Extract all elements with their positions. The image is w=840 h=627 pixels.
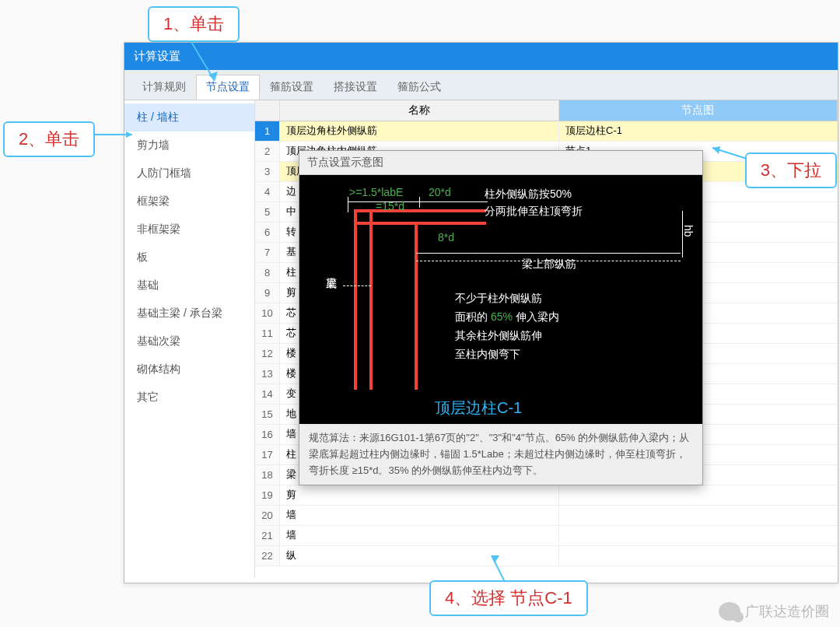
row-name: 墙	[280, 526, 559, 545]
row-number: 9	[255, 283, 280, 303]
popup-title: 节点设置示意图	[299, 151, 702, 175]
row-number: 10	[255, 303, 280, 323]
row-number: 20	[255, 506, 280, 525]
row-value[interactable]: 顶层边柱C-1	[559, 121, 838, 141]
row-number: 3	[255, 162, 280, 181]
diagram-canvas: >=1.5*labE 20*d =15*d 8*d 柱外侧纵筋按50% 分两批伸…	[299, 175, 702, 424]
note-top-2: 分两批伸至柱顶弯折	[485, 205, 583, 219]
tab-stirrup-formula[interactable]: 箍筋公式	[387, 75, 451, 100]
row-number: 4	[255, 182, 280, 201]
row-number: 17	[255, 445, 280, 464]
calc-settings-window: 计算设置 计算规则 节点设置 箍筋设置 搭接设置 箍筋公式 柱 / 墙柱 剪力墙…	[124, 42, 838, 583]
row-number: 14	[255, 384, 280, 404]
sidebar-item-other[interactable]: 其它	[124, 384, 254, 412]
row-number: 15	[255, 405, 280, 424]
table-row[interactable]: 21墙	[255, 526, 838, 546]
note-p1: 不少于柱外侧纵筋	[455, 292, 542, 306]
row-number: 12	[255, 344, 280, 363]
popup-footer-note: 规范算法：来源16G101-1第67页的"2"、"3"和"4"节点。65% 的外…	[299, 424, 702, 485]
row-value[interactable]	[559, 506, 838, 525]
dim-20d: 20*d	[429, 186, 451, 198]
row-value[interactable]	[559, 526, 838, 545]
note-beam-top: 梁上部纵筋	[522, 257, 576, 271]
row-number: 21	[255, 526, 280, 545]
diagram-caption: 顶层边柱C-1	[435, 398, 522, 419]
row-number: 13	[255, 364, 280, 384]
sidebar-item-slab[interactable]: 板	[124, 243, 254, 271]
dim-labE: >=1.5*labE	[349, 186, 403, 198]
callout-step-3: 3、下拉	[745, 152, 837, 188]
sidebar-item-column[interactable]: 柱 / 墙柱	[124, 103, 254, 131]
row-number: 16	[255, 425, 280, 444]
table-row[interactable]: 22纵	[255, 546, 838, 566]
table-row[interactable]: 20墙	[255, 506, 838, 526]
wechat-icon	[719, 602, 740, 621]
sidebar-item-foundation-beam[interactable]: 基础主梁 / 承台梁	[124, 299, 254, 328]
callout-step-4: 4、选择 节点C-1	[429, 580, 588, 616]
row-name: 纵	[280, 546, 559, 566]
note-p2: 面积的 65% 伸入梁内	[455, 310, 559, 324]
col-header-diagram[interactable]: 节点图	[559, 100, 838, 121]
table-row[interactable]: 19剪	[255, 485, 838, 506]
note-p4: 至柱内侧弯下	[455, 348, 520, 362]
row-value[interactable]	[559, 546, 838, 566]
tab-calc-rules[interactable]: 计算规则	[132, 75, 196, 100]
col-header-name: 名称	[280, 100, 559, 121]
row-number: 2	[255, 142, 280, 161]
sidebar-item-framebeam[interactable]: 框架梁	[124, 187, 254, 215]
row-name: 剪	[280, 485, 559, 505]
dim-8d: 8*d	[438, 231, 454, 243]
row-value[interactable]	[559, 485, 838, 505]
watermark: 广联达造价圈	[719, 602, 829, 621]
dim-15d: =15*d	[376, 200, 404, 212]
row-number: 8	[255, 263, 280, 282]
node-diagram-popup: 节点设置示意图 >=1.5*l	[299, 150, 703, 485]
sidebar-item-doorframe[interactable]: 人防门框墙	[124, 159, 254, 187]
row-number: 5	[255, 202, 280, 222]
row-number: 7	[255, 243, 280, 262]
note-top-1: 柱外侧纵筋按50%	[485, 187, 572, 201]
sidebar-item-masonry[interactable]: 砌体结构	[124, 356, 254, 384]
callout-step-2: 2、单击	[3, 121, 95, 157]
tab-strip: 计算规则 节点设置 箍筋设置 搭接设置 箍筋公式	[124, 70, 838, 100]
tab-stirrup-settings[interactable]: 箍筋设置	[260, 75, 324, 100]
sidebar-item-nonframebeam[interactable]: 非框架梁	[124, 215, 254, 243]
row-number: 1	[255, 121, 280, 141]
row-name: 墙	[280, 506, 559, 525]
sidebar-item-foundation[interactable]: 基础	[124, 271, 254, 299]
sidebar-item-secondary-beam[interactable]: 基础次梁	[124, 328, 254, 356]
row-number: 6	[255, 222, 280, 242]
category-sidebar: 柱 / 墙柱 剪力墙 人防门框墙 框架梁 非框架梁 板 基础 基础主梁 / 承台…	[124, 100, 255, 578]
tab-lap-settings[interactable]: 搭接设置	[324, 75, 387, 100]
row-number: 11	[255, 324, 280, 343]
table-row[interactable]: 1顶层边角柱外侧纵筋顶层边柱C-1	[255, 121, 838, 142]
row-number: 19	[255, 485, 280, 505]
row-name: 顶层边角柱外侧纵筋	[280, 121, 559, 141]
callout-step-1: 1、单击	[148, 6, 240, 42]
row-number: 18	[255, 465, 280, 485]
window-title: 计算设置	[124, 43, 838, 70]
grid-header: 名称 节点图	[255, 100, 838, 121]
dim-hb: hb	[682, 225, 695, 237]
tab-node-settings[interactable]: 节点设置	[196, 75, 260, 100]
note-p3: 其余柱外侧纵筋伸	[455, 329, 542, 343]
row-number: 22	[255, 546, 280, 566]
sidebar-item-shearwall[interactable]: 剪力墙	[124, 131, 254, 159]
